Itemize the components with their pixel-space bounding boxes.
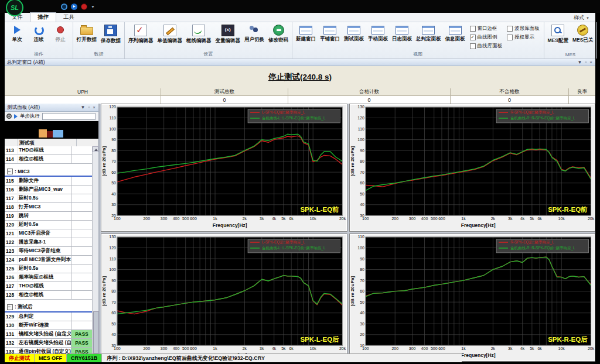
- test-item-row[interactable]: 131镜框夹堵头抬起 (自定义)PASS: [5, 330, 92, 339]
- svg-text:400: 400: [421, 217, 428, 221]
- change-password-button[interactable]: 修改密码: [267, 23, 290, 45]
- ribbon-button-label: 序列编辑器: [128, 37, 154, 44]
- test-item-row[interactable]: 128相位@框线: [5, 291, 92, 300]
- ribbon-group-label: MES: [546, 51, 595, 59]
- panel-menu-icon[interactable]: ▼: [578, 60, 582, 65]
- panel-close-icon[interactable]: ×: [589, 60, 592, 65]
- panel-close-icon[interactable]: ×: [93, 105, 96, 110]
- svg-text:70: 70: [111, 159, 116, 163]
- svg-text:100: 100: [114, 347, 121, 351]
- log-panel-button[interactable]: 日志面板: [390, 23, 414, 44]
- svg-text:110: 110: [357, 127, 364, 131]
- test-item-row[interactable]: 117延时0.5s: [5, 194, 92, 203]
- tab-工具[interactable]: 工具: [56, 13, 81, 22]
- svg-text:50: 50: [111, 181, 116, 185]
- test-list-scrollbar[interactable]: [92, 146, 98, 362]
- test-item-row[interactable]: 115删除文件: [5, 177, 92, 186]
- svg-text:10k: 10k: [558, 217, 565, 221]
- checkbox-波形库面板[interactable]: 波形库面板: [507, 25, 540, 32]
- single-step-toggle[interactable]: 单步执行: [20, 113, 40, 120]
- test-status-banner: 停止测试(240.8 s): [5, 66, 595, 89]
- chart-panel-SPK-L-EQ后[interactable]: 3040506070809010011012013010020030040050…: [101, 233, 347, 362]
- quick-access-stop-icon[interactable]: [81, 4, 87, 10]
- chart-panel-SPK-L-EQ前[interactable]: 2030405060708090100110120100200300400500…: [101, 104, 347, 232]
- info-panel-button[interactable]: 信息面板: [444, 23, 467, 44]
- svg-text:[dB re 20uPa]: [dB re 20uPa]: [350, 276, 355, 307]
- test-item-row[interactable]: 130断开WiFi连接: [5, 321, 92, 330]
- continuous-run-button[interactable]: 连续: [28, 23, 49, 44]
- svg-text:500: 500: [182, 217, 189, 221]
- svg-text:2k: 2k: [490, 217, 495, 221]
- collapse-icon[interactable]: [7, 304, 13, 310]
- test-item-row[interactable]: 114相位@框线: [5, 155, 92, 164]
- test-item-row[interactable]: 119跳转: [5, 212, 92, 221]
- style-menu[interactable]: 样式 ▼: [574, 14, 595, 22]
- panel-pin-icon[interactable]: ▫: [585, 60, 587, 65]
- scroll-thumb[interactable]: [93, 311, 99, 353]
- open-data-icon: [80, 27, 93, 35]
- user-switch-button[interactable]: 用户切换: [243, 23, 266, 44]
- test-item-row[interactable]: 132左右镜腿夹堵头抬起 (自...PASS: [5, 339, 92, 348]
- checkbox-窗口边框[interactable]: 窗口边框: [470, 25, 503, 32]
- stop-button[interactable]: 停止: [50, 23, 71, 44]
- svg-text:110: 110: [110, 257, 116, 261]
- mes-off-button[interactable]: MES已关: [571, 23, 595, 45]
- step-input[interactable]: [42, 113, 96, 120]
- test-section-row[interactable]: : 测试后: [5, 303, 92, 313]
- value-editor-button[interactable]: 单值编辑器: [156, 23, 185, 46]
- test-item-row[interactable]: 123等待MIC3录音结束: [5, 247, 92, 256]
- test-item-row[interactable]: 124pull MIC3音源文件到本...: [5, 256, 92, 265]
- quick-access-run-icon[interactable]: [71, 4, 77, 10]
- tile-window-button[interactable]: 平铺窗口: [318, 23, 342, 44]
- test-item-number: 115: [5, 178, 18, 184]
- mes-config-button[interactable]: MES配置: [546, 23, 570, 46]
- chart-panel-SPK-R-EQ前[interactable]: 3040506070809010011012013010020030040050…: [349, 104, 596, 232]
- judge-window-caption: 总判定窗口 (A箱) ▼ ▫ ×: [5, 59, 595, 66]
- checkbox-授权显示[interactable]: 授权显示: [507, 34, 540, 41]
- test-item-row[interactable]: 113THD@框线: [5, 146, 92, 155]
- continuous-run-icon: [33, 25, 45, 35]
- test-item-row[interactable]: 127THD@框线: [5, 282, 92, 291]
- test-item-row[interactable]: 125延时0.5s: [5, 265, 92, 273]
- save-data-button[interactable]: 保存数据: [99, 23, 122, 46]
- test-item-row[interactable]: 118打开MIC3: [5, 203, 92, 212]
- test-item-row[interactable]: 122播放采集3-1: [5, 238, 92, 247]
- test-item-row[interactable]: 116删除产品MIC3_wav: [5, 186, 92, 194]
- quick-access-settings-icon[interactable]: [61, 4, 67, 10]
- test-section-row[interactable]: : MIC3: [5, 167, 92, 177]
- single-run-button[interactable]: 单次: [6, 23, 28, 44]
- tab-操作[interactable]: 操作: [30, 12, 56, 22]
- svg-text:70: 70: [111, 300, 116, 304]
- variable-editor-button[interactable]: (x)变量编辑器: [214, 23, 243, 46]
- svg-text:80: 80: [111, 149, 116, 153]
- open-data-button[interactable]: 打开数据: [75, 23, 98, 44]
- checkbox-曲线图例[interactable]: ✓曲线图例: [470, 34, 503, 41]
- test-panel-button[interactable]: 测试面板: [342, 23, 366, 44]
- ribbon-button-label: 单次: [12, 36, 22, 43]
- test-item-row[interactable]: 121MIC3开启录音: [5, 229, 92, 238]
- svg-text:3k: 3k: [508, 217, 513, 221]
- chart-grid: 2030405060708090100110120100200300400500…: [101, 104, 595, 362]
- limit-editor-button[interactable]: 框线编辑器: [185, 23, 213, 46]
- quick-access-menu-icon[interactable]: ▼: [91, 5, 95, 9]
- svg-text:6k: 6k: [289, 347, 294, 351]
- test-item-row[interactable]: 126频率响应@框线: [5, 273, 92, 282]
- svg-text:2k: 2k: [243, 217, 247, 221]
- test-panel-title: 测试面板 (A箱): [7, 104, 40, 111]
- panel-menu-icon[interactable]: ▼: [81, 105, 86, 110]
- judge-panel-button[interactable]: 总判定面板: [414, 23, 443, 44]
- mes-config-icon: [551, 25, 564, 36]
- sequence-editor-button[interactable]: 序列编辑器: [127, 23, 155, 46]
- test-item-number: 122: [5, 239, 18, 245]
- chart-panel-SPK-R-EQ后[interactable]: 1020304050607080901001101002003004005006…: [349, 233, 596, 362]
- manual-panel-button[interactable]: 手动面板: [366, 23, 390, 44]
- test-item-row[interactable]: 120延时0.5s: [5, 221, 92, 229]
- test-item-number: 120: [5, 222, 18, 228]
- scroll-up-icon[interactable]: [93, 146, 98, 152]
- test-item-row[interactable]: 129总判定: [5, 313, 92, 321]
- gear-icon[interactable]: [6, 114, 12, 119]
- new-window-button[interactable]: 新建窗口: [294, 23, 318, 44]
- checkbox-曲线库面板[interactable]: 曲线库面板: [470, 43, 503, 50]
- panel-pin-icon[interactable]: ▫: [88, 105, 90, 110]
- collapse-icon[interactable]: [7, 169, 13, 174]
